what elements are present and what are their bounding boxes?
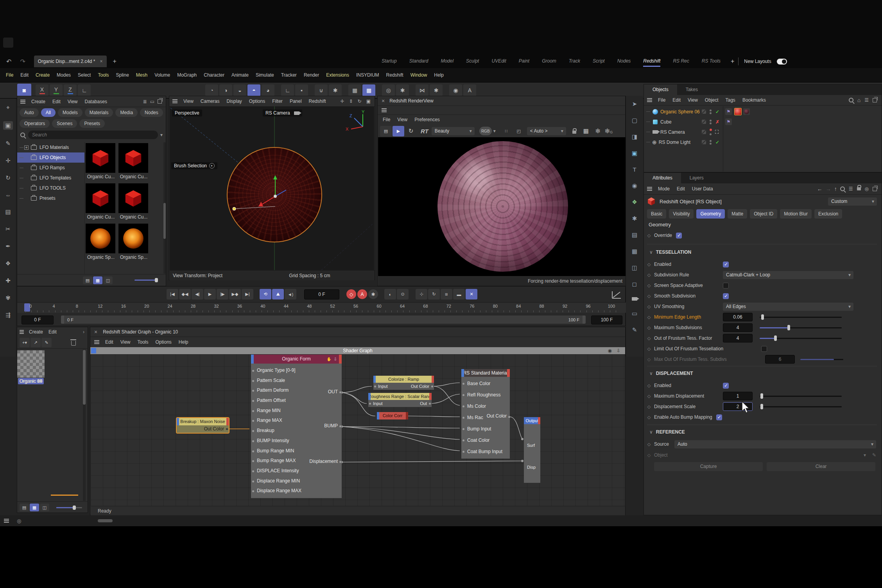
max-subdivisions-input[interactable]: 4	[723, 323, 753, 332]
scale-tool-icon[interactable]: ⇔	[5, 192, 11, 198]
oof-factor-input[interactable]: 4	[723, 334, 753, 342]
rs-sphere-icon[interactable]: ◉	[632, 182, 637, 189]
layout-tab[interactable]: Track	[569, 56, 580, 67]
node-output-out[interactable]: OUT	[328, 389, 338, 394]
port-surface[interactable]: Surf	[527, 443, 535, 448]
bottom-status-icon[interactable]: ◎	[17, 518, 21, 524]
snap-magnet-icon[interactable]: ⊍	[315, 84, 328, 96]
menubar-item[interactable]: Spline	[112, 72, 132, 78]
material-grid-view-icon[interactable]: ▦	[30, 504, 39, 511]
asset-filter-chip[interactable]: Presets	[79, 119, 105, 128]
asset-browser-menu-item[interactable]: View	[64, 99, 81, 104]
expand-icon[interactable]: +	[24, 145, 29, 150]
detail-view-icon[interactable]: ◫	[103, 276, 113, 284]
objects-menu-item[interactable]: Object	[701, 97, 722, 103]
attributes-menu-item[interactable]: User Data	[688, 186, 717, 192]
menubar-item[interactable]: Window	[407, 72, 431, 78]
shader-graph-menu-item[interactable]: Tools	[134, 339, 152, 345]
goto-end-button[interactable]: ▶|	[242, 289, 253, 299]
material-menu-item[interactable]: Edit	[46, 329, 59, 335]
asset-item-cube-1[interactable]: Organic Cu...	[86, 143, 116, 179]
node-input-port[interactable]: Bump Input	[461, 423, 510, 435]
material-item[interactable]: Organic 03	[17, 349, 45, 384]
rs-material-tag[interactable]	[734, 108, 742, 115]
prev-frame-button[interactable]: ◀|	[192, 289, 203, 299]
move-tool-icon[interactable]: ✛	[5, 157, 11, 164]
menubar-item[interactable]: Animate	[228, 72, 252, 78]
node-input-port[interactable]: Ms Color	[461, 401, 510, 412]
rs-pen-icon[interactable]: ✎	[632, 326, 637, 333]
smooth-subdivision-checkbox[interactable]	[723, 293, 729, 299]
menubar-item[interactable]: Help	[430, 72, 447, 78]
layout-tab[interactable]: Script	[593, 56, 605, 67]
close-tab-icon[interactable]: ×	[100, 59, 103, 64]
pick-material-button[interactable]: ✎	[41, 338, 52, 347]
range-slider[interactable]: 0 F 100 F	[61, 316, 586, 324]
close-renderview-icon[interactable]: ×	[382, 98, 385, 104]
search-input[interactable]: Search	[28, 131, 158, 139]
attributes-section-chip[interactable]: Geometry	[696, 209, 725, 219]
bucket-dropdown[interactable]: < Auto >	[527, 127, 566, 135]
material-layer-view-icon[interactable]: ◫	[40, 504, 49, 511]
fcurve-icon[interactable]	[611, 290, 622, 300]
target-icon[interactable]: ⛶	[715, 129, 719, 135]
asset-tree-item[interactable]: + Presets	[17, 193, 84, 203]
dither-icon[interactable]: ∷	[500, 126, 512, 136]
symmetry-settings-icon[interactable]: ✱	[430, 84, 443, 96]
rt-label[interactable]: RT	[421, 128, 428, 134]
pen-tool-icon[interactable]: ✎	[5, 140, 11, 147]
asset-item-cube-4[interactable]: Organic Cu...	[118, 183, 149, 220]
toggle-view-icon[interactable]: ▣	[364, 99, 375, 104]
menubar-item[interactable]: Mesh	[133, 72, 151, 78]
objects-menu-item[interactable]: Edit	[669, 97, 684, 103]
menubar-item[interactable]: Create	[32, 72, 53, 78]
visibility-eye-icon[interactable]: ◉	[449, 84, 462, 96]
pla-mode-button[interactable]: ✕	[466, 289, 477, 299]
timeline-ruler[interactable]: 0481216202428323640444852566064687276808…	[17, 302, 626, 313]
range-handle-left[interactable]	[61, 316, 64, 324]
menubar-item[interactable]: Character	[200, 72, 228, 78]
node-input-port[interactable]: Pattern Offset	[251, 396, 342, 406]
play-button[interactable]: ▶	[204, 289, 216, 299]
history-forward-icon[interactable]: →	[826, 186, 831, 192]
freeze-icon[interactable]: ❄	[595, 127, 601, 135]
add-material-button[interactable]: +▾	[20, 338, 30, 347]
asset-tree-item[interactable]: + LFO Templates	[17, 173, 84, 183]
zoom-view-icon[interactable]: ⇕	[347, 99, 355, 104]
menubar-item[interactable]: Edit	[17, 72, 32, 78]
list-view-icon[interactable]: ▤	[83, 276, 92, 284]
port-out[interactable]: Out	[420, 400, 427, 407]
node-input-port[interactable]: BUMP Intensity	[251, 436, 342, 446]
current-frame-field[interactable]: 0 F	[304, 289, 339, 299]
axis-z-button[interactable]: Z	[64, 84, 77, 96]
node-input-port[interactable]: DISPLACE Intensity	[251, 466, 342, 476]
displacement-scale-slider[interactable]	[760, 404, 842, 409]
restart-render-icon[interactable]: ↻	[405, 126, 417, 136]
viewport-menu-item[interactable]: View	[180, 99, 197, 104]
shader-graph-menu-icon[interactable]	[94, 340, 99, 341]
attributes-section-chip[interactable]: Matte	[728, 209, 747, 219]
node-input-port[interactable]: Bump Range MIN	[251, 446, 342, 456]
layout-toggle[interactable]	[777, 59, 787, 65]
shader-graph-menu-item[interactable]: Options	[152, 339, 175, 345]
viewport-menu-item[interactable]: Filter	[269, 99, 286, 104]
lock-icon[interactable]	[572, 131, 576, 134]
loop-button[interactable]: ⟲	[260, 289, 271, 299]
asset-filter-chip[interactable]: Scenes	[52, 119, 77, 128]
snapshot-icon[interactable]: ▤	[380, 126, 392, 136]
shading-quick-icon[interactable]: ◑	[219, 84, 232, 96]
pan-view-icon[interactable]: ✛	[338, 99, 346, 104]
asset-item-cube-2[interactable]: Organic Cu...	[118, 143, 149, 179]
menubar-item[interactable]: Redshift	[383, 72, 407, 78]
tab-objects[interactable]: Objects	[644, 84, 677, 95]
node-maxon-noise[interactable]: Breakup : Maxon Noise Out Color	[177, 418, 229, 433]
viewport-menu-item[interactable]: Redshift	[305, 99, 330, 104]
autobump-checkbox[interactable]	[716, 414, 722, 420]
editor-toggle[interactable]	[702, 120, 706, 124]
history-back-icon[interactable]: ←	[817, 186, 823, 192]
port-out-color[interactable]: Out Color	[411, 383, 429, 390]
preset-dropdown[interactable]: Custom	[828, 197, 877, 206]
viewport-menu-icon[interactable]	[172, 99, 177, 100]
asset-filter-chip[interactable]: Models	[58, 108, 82, 117]
node-hand-icon[interactable]: ✋	[327, 355, 332, 364]
